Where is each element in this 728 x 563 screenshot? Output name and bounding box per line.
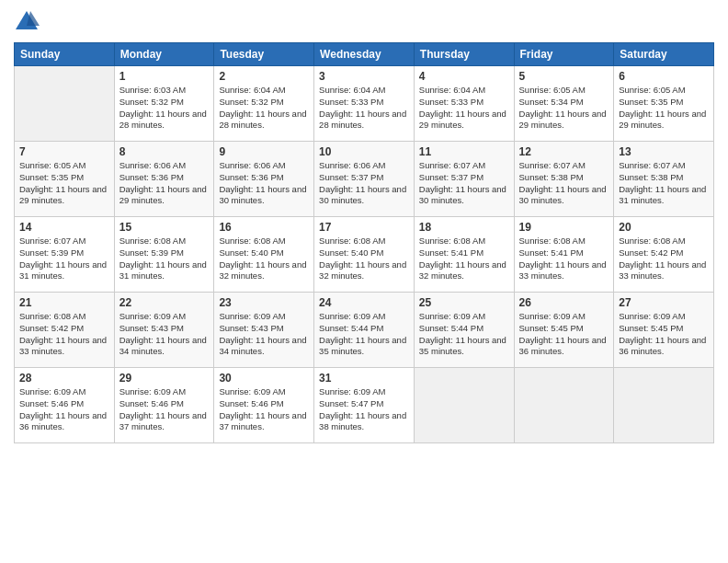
day-detail: Sunrise: 6:07 AM Sunset: 5:39 PM Dayligh…	[19, 236, 109, 282]
week-row-2: 7Sunrise: 6:05 AM Sunset: 5:35 PM Daylig…	[15, 142, 714, 217]
day-number: 15	[119, 221, 210, 234]
day-cell: 15Sunrise: 6:08 AM Sunset: 5:39 PM Dayli…	[114, 217, 214, 293]
day-cell	[614, 368, 714, 443]
day-cell	[414, 368, 514, 443]
col-header-monday: Monday	[114, 43, 214, 66]
day-number: 9	[219, 145, 309, 158]
day-cell: 6Sunrise: 6:05 AM Sunset: 5:35 PM Daylig…	[614, 66, 714, 142]
day-number: 27	[619, 296, 709, 309]
day-detail: Sunrise: 6:09 AM Sunset: 5:45 PM Dayligh…	[519, 311, 609, 358]
day-detail: Sunrise: 6:07 AM Sunset: 5:38 PM Dayligh…	[619, 160, 709, 207]
day-number: 1	[119, 70, 210, 83]
day-cell: 3Sunrise: 6:04 AM Sunset: 5:33 PM Daylig…	[314, 66, 415, 142]
col-header-wednesday: Wednesday	[314, 43, 415, 66]
day-number: 31	[319, 372, 409, 385]
week-row-4: 21Sunrise: 6:08 AM Sunset: 5:42 PM Dayli…	[15, 293, 714, 368]
day-detail: Sunrise: 6:04 AM Sunset: 5:33 PM Dayligh…	[319, 85, 409, 132]
day-cell: 24Sunrise: 6:09 AM Sunset: 5:44 PM Dayli…	[314, 293, 415, 368]
day-cell: 2Sunrise: 6:04 AM Sunset: 5:32 PM Daylig…	[214, 66, 314, 142]
day-detail: Sunrise: 6:06 AM Sunset: 5:37 PM Dayligh…	[319, 160, 409, 207]
day-cell: 21Sunrise: 6:08 AM Sunset: 5:42 PM Dayli…	[15, 293, 115, 368]
day-number: 5	[519, 70, 609, 83]
day-detail: Sunrise: 6:08 AM Sunset: 5:42 PM Dayligh…	[619, 236, 709, 282]
day-number: 24	[319, 296, 409, 309]
day-detail: Sunrise: 6:08 AM Sunset: 5:40 PM Dayligh…	[319, 236, 409, 282]
day-cell: 23Sunrise: 6:09 AM Sunset: 5:43 PM Dayli…	[214, 293, 314, 368]
day-number: 2	[219, 70, 309, 83]
day-detail: Sunrise: 6:09 AM Sunset: 5:43 PM Dayligh…	[219, 311, 309, 358]
day-cell: 17Sunrise: 6:08 AM Sunset: 5:40 PM Dayli…	[314, 217, 415, 293]
day-number: 23	[219, 296, 309, 309]
day-cell: 12Sunrise: 6:07 AM Sunset: 5:38 PM Dayli…	[514, 142, 614, 217]
day-detail: Sunrise: 6:08 AM Sunset: 5:41 PM Dayligh…	[519, 236, 609, 282]
day-cell	[514, 368, 614, 443]
day-detail: Sunrise: 6:06 AM Sunset: 5:36 PM Dayligh…	[219, 160, 309, 207]
day-number: 17	[319, 221, 409, 234]
day-cell: 26Sunrise: 6:09 AM Sunset: 5:45 PM Dayli…	[514, 293, 614, 368]
day-detail: Sunrise: 6:04 AM Sunset: 5:32 PM Dayligh…	[219, 85, 309, 132]
day-number: 26	[519, 296, 609, 309]
day-detail: Sunrise: 6:03 AM Sunset: 5:32 PM Dayligh…	[119, 85, 210, 132]
day-detail: Sunrise: 6:08 AM Sunset: 5:41 PM Dayligh…	[419, 236, 509, 282]
header	[14, 9, 714, 35]
day-number: 6	[619, 70, 709, 83]
day-cell: 27Sunrise: 6:09 AM Sunset: 5:45 PM Dayli…	[614, 293, 714, 368]
day-cell: 19Sunrise: 6:08 AM Sunset: 5:41 PM Dayli…	[514, 217, 614, 293]
day-detail: Sunrise: 6:04 AM Sunset: 5:33 PM Dayligh…	[419, 85, 509, 132]
day-cell: 11Sunrise: 6:07 AM Sunset: 5:37 PM Dayli…	[414, 142, 514, 217]
day-number: 30	[219, 372, 309, 385]
day-cell: 25Sunrise: 6:09 AM Sunset: 5:44 PM Dayli…	[414, 293, 514, 368]
day-detail: Sunrise: 6:08 AM Sunset: 5:42 PM Dayligh…	[19, 311, 109, 358]
day-number: 22	[119, 296, 210, 309]
day-detail: Sunrise: 6:09 AM Sunset: 5:46 PM Dayligh…	[19, 386, 109, 433]
day-detail: Sunrise: 6:08 AM Sunset: 5:39 PM Dayligh…	[119, 236, 210, 282]
day-number: 10	[319, 145, 409, 158]
day-detail: Sunrise: 6:07 AM Sunset: 5:38 PM Dayligh…	[519, 160, 609, 207]
day-cell: 13Sunrise: 6:07 AM Sunset: 5:38 PM Dayli…	[614, 142, 714, 217]
day-number: 8	[119, 145, 210, 158]
day-detail: Sunrise: 6:06 AM Sunset: 5:36 PM Dayligh…	[119, 160, 210, 207]
day-detail: Sunrise: 6:09 AM Sunset: 5:43 PM Dayligh…	[119, 311, 210, 358]
day-number: 21	[19, 296, 109, 309]
week-row-1: 1Sunrise: 6:03 AM Sunset: 5:32 PM Daylig…	[15, 66, 714, 142]
day-detail: Sunrise: 6:09 AM Sunset: 5:47 PM Dayligh…	[319, 386, 409, 433]
day-detail: Sunrise: 6:09 AM Sunset: 5:44 PM Dayligh…	[319, 311, 409, 358]
day-detail: Sunrise: 6:08 AM Sunset: 5:40 PM Dayligh…	[219, 236, 309, 282]
day-cell: 28Sunrise: 6:09 AM Sunset: 5:46 PM Dayli…	[15, 368, 115, 443]
day-cell: 16Sunrise: 6:08 AM Sunset: 5:40 PM Dayli…	[214, 217, 314, 293]
day-number: 13	[619, 145, 709, 158]
week-row-3: 14Sunrise: 6:07 AM Sunset: 5:39 PM Dayli…	[15, 217, 714, 293]
day-detail: Sunrise: 6:05 AM Sunset: 5:34 PM Dayligh…	[519, 85, 609, 132]
day-cell: 10Sunrise: 6:06 AM Sunset: 5:37 PM Dayli…	[314, 142, 415, 217]
day-number: 20	[619, 221, 709, 234]
day-detail: Sunrise: 6:09 AM Sunset: 5:44 PM Dayligh…	[419, 311, 509, 358]
day-cell: 31Sunrise: 6:09 AM Sunset: 5:47 PM Dayli…	[314, 368, 415, 443]
day-cell: 18Sunrise: 6:08 AM Sunset: 5:41 PM Dayli…	[414, 217, 514, 293]
col-header-friday: Friday	[514, 43, 614, 66]
day-number: 14	[19, 221, 109, 234]
day-number: 16	[219, 221, 309, 234]
svg-marker-1	[27, 11, 40, 26]
logo	[14, 9, 43, 35]
week-row-5: 28Sunrise: 6:09 AM Sunset: 5:46 PM Dayli…	[15, 368, 714, 443]
day-cell: 30Sunrise: 6:09 AM Sunset: 5:46 PM Dayli…	[214, 368, 314, 443]
day-number: 25	[419, 296, 509, 309]
day-cell: 7Sunrise: 6:05 AM Sunset: 5:35 PM Daylig…	[15, 142, 115, 217]
day-cell: 29Sunrise: 6:09 AM Sunset: 5:46 PM Dayli…	[114, 368, 214, 443]
day-number: 7	[19, 145, 109, 158]
day-cell: 22Sunrise: 6:09 AM Sunset: 5:43 PM Dayli…	[114, 293, 214, 368]
logo-icon	[14, 9, 40, 35]
day-detail: Sunrise: 6:09 AM Sunset: 5:46 PM Dayligh…	[119, 386, 210, 433]
day-detail: Sunrise: 6:07 AM Sunset: 5:37 PM Dayligh…	[419, 160, 509, 207]
day-cell: 4Sunrise: 6:04 AM Sunset: 5:33 PM Daylig…	[414, 66, 514, 142]
day-cell: 8Sunrise: 6:06 AM Sunset: 5:36 PM Daylig…	[114, 142, 214, 217]
day-number: 18	[419, 221, 509, 234]
col-header-saturday: Saturday	[614, 43, 714, 66]
day-detail: Sunrise: 6:05 AM Sunset: 5:35 PM Dayligh…	[19, 160, 109, 207]
col-header-sunday: Sunday	[15, 43, 115, 66]
day-cell: 1Sunrise: 6:03 AM Sunset: 5:32 PM Daylig…	[114, 66, 214, 142]
header-row: SundayMondayTuesdayWednesdayThursdayFrid…	[15, 43, 714, 66]
day-detail: Sunrise: 6:09 AM Sunset: 5:46 PM Dayligh…	[219, 386, 309, 433]
day-cell: 5Sunrise: 6:05 AM Sunset: 5:34 PM Daylig…	[514, 66, 614, 142]
day-number: 11	[419, 145, 509, 158]
